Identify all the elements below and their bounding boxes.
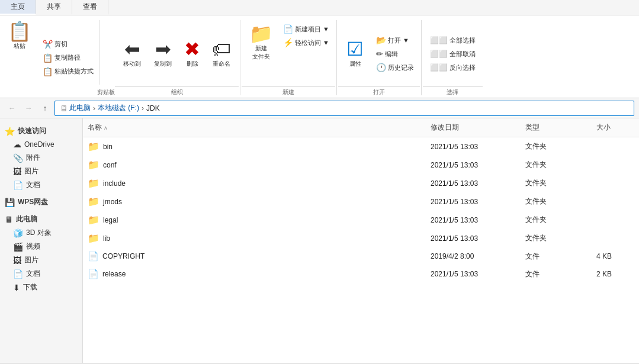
file-list-header: 名称 ∧ 修改日期 类型 大小 — [83, 118, 639, 137]
folder-icon: 📁 — [88, 233, 99, 244]
sidebar-item-attachments[interactable]: 📎 附件 — [0, 151, 82, 165]
main-area: ⭐ 快速访问 ☁ OneDrive 📎 附件 🖼 图片 📄 文档 💾 WPS网盘… — [0, 118, 639, 363]
sidebar-item-quickaccess[interactable]: ⭐ 快速访问 — [0, 124, 82, 138]
select-all-button[interactable]: ⬜⬜ 全部选择 — [426, 34, 479, 47]
easy-access-icon: ⚡ — [283, 38, 293, 47]
tab-view[interactable]: 查看 — [72, 0, 108, 15]
folder-icon: 📁 — [88, 178, 99, 189]
table-row[interactable]: 📁 bin 2021/1/5 13:03 文件夹 — [83, 137, 639, 156]
column-type[interactable]: 类型 — [521, 121, 592, 134]
folder-name-bin: 📁 bin — [83, 138, 426, 154]
ribbon: 📋 粘贴 ✂️ 剪切 📋 复制路径 📋 粘贴快捷方式 剪贴板 — [0, 15, 639, 98]
history-button[interactable]: 🕐 历史记录 — [373, 61, 418, 74]
new-small-buttons: 📄 新建项目 ▼ ⚡ 轻松访问 ▼ — [280, 20, 333, 49]
sidebar-item-3d[interactable]: 🧊 3D 对象 — [0, 226, 82, 240]
downloads-icon: ⬇ — [13, 283, 20, 292]
sidebar-item-videos[interactable]: 🎬 视频 — [0, 240, 82, 253]
edit-icon: ✏ — [376, 49, 383, 59]
folder-type-bin: 文件夹 — [521, 139, 592, 154]
open-icon: 📂 — [376, 36, 386, 45]
cut-button[interactable]: ✂️ 剪切 — [39, 38, 97, 51]
column-name[interactable]: 名称 ∧ — [83, 121, 426, 134]
sidebar-item-docs2[interactable]: 📄 文档 — [0, 267, 82, 281]
forward-button[interactable]: → — [21, 101, 36, 115]
paste-button[interactable]: 📋 粘贴 — [2, 18, 37, 98]
sidebar-item-thispc[interactable]: 🖥 此电脑 — [0, 212, 82, 226]
table-row[interactable]: 📁 include 2021/1/5 13:03 文件夹 — [83, 174, 639, 192]
sidebar-item-onedrive[interactable]: ☁ OneDrive — [0, 138, 82, 151]
table-row[interactable]: 📁 conf 2021/1/5 13:03 文件夹 — [83, 156, 639, 174]
folder-icon: 📁 — [88, 141, 99, 152]
column-size[interactable]: 大小 — [592, 121, 639, 134]
folder-icon: 📁 — [88, 214, 99, 226]
sort-arrow: ∧ — [104, 125, 108, 131]
sidebar-item-downloads[interactable]: ⬇ 下载 — [0, 281, 82, 294]
new-item-button[interactable]: 📄 新建项目 ▼ — [280, 22, 333, 36]
sidebar: ⭐ 快速访问 ☁ OneDrive 📎 附件 🖼 图片 📄 文档 💾 WPS网盘… — [0, 118, 83, 363]
rename-button[interactable]: 🏷 重命名 — [207, 36, 236, 70]
table-row[interactable]: 📄 release 2021/1/5 13:03 文件 2 KB — [83, 265, 639, 283]
edit-button[interactable]: ✏ 编辑 — [373, 47, 418, 60]
folder-size-bin — [592, 144, 639, 149]
breadcrumb: 🖥 此电脑 › 本地磁盘 (F:) › JDK — [54, 101, 634, 116]
invert-select-icon: ⬜⬜ — [430, 63, 448, 72]
sidebar-item-pictures2[interactable]: 🖼 图片 — [0, 253, 82, 267]
select-none-button[interactable]: ⬜⬜ 全部取消 — [426, 48, 479, 60]
videos-icon: 🎬 — [13, 242, 23, 252]
breadcrumb-drive[interactable]: 本地磁盘 (F:) — [98, 103, 139, 113]
folder-modified-bin: 2021/1/5 13:03 — [426, 140, 521, 153]
home-crumb: 🖥 — [60, 104, 68, 113]
pictures2-icon: 🖼 — [13, 256, 21, 265]
open-label: 打开 — [338, 86, 420, 98]
paste-shortcut-icon: 📋 — [43, 67, 53, 76]
new-folder-button[interactable]: 📁 新建文件夹 — [244, 20, 278, 63]
organize-label: 组织 — [115, 86, 239, 98]
tab-share[interactable]: 共享 — [36, 0, 72, 15]
table-row[interactable]: 📁 lib 2021/1/5 13:03 文件夹 — [83, 229, 639, 247]
clipboard-small-buttons: ✂️ 剪切 📋 复制路径 📋 粘贴快捷方式 — [39, 18, 97, 98]
sidebar-item-pictures[interactable]: 🖼 图片 — [0, 165, 82, 178]
paste-shortcut-button[interactable]: 📋 粘贴快捷方式 — [39, 65, 97, 78]
move-to-button[interactable]: ⬅ 移动到 — [117, 36, 147, 70]
docs2-icon: 📄 — [13, 269, 23, 279]
easy-access-button[interactable]: ⚡ 轻松访问 ▼ — [280, 36, 333, 49]
copy-to-button[interactable]: ➡ 复制到 — [148, 36, 178, 70]
folder-icon: 📁 — [88, 196, 99, 207]
sidebar-item-documents[interactable]: 📄 文档 — [0, 178, 82, 192]
move-to-icon: ⬅ — [124, 40, 140, 59]
breadcrumb-computer[interactable]: 此电脑 — [69, 103, 91, 113]
copy-path-button[interactable]: 📋 复制路径 — [39, 51, 97, 65]
table-row[interactable]: 📁 legal 2021/1/5 13:03 文件夹 — [83, 211, 639, 229]
select-label: 选择 — [423, 86, 483, 98]
select-none-icon: ⬜⬜ — [430, 50, 448, 58]
delete-button[interactable]: ✖ 删除 — [179, 36, 205, 70]
open-button[interactable]: 📂 打开 ▼ — [373, 34, 418, 47]
clipboard-label: 剪贴板 — [97, 87, 115, 98]
invert-select-button[interactable]: ⬜⬜ 反向选择 — [426, 62, 479, 74]
sidebar-item-wpsdrive[interactable]: 💾 WPS网盘 — [0, 195, 82, 209]
3d-icon: 🧊 — [13, 228, 23, 238]
cut-icon: ✂️ — [43, 40, 53, 49]
thispc-icon: 🖥 — [5, 215, 13, 224]
pictures-icon: 🖼 — [13, 167, 21, 176]
breadcrumb-jdk[interactable]: JDK — [146, 104, 160, 112]
table-row[interactable]: 📄 COPYRIGHT 2019/4/2 8:00 文件 4 KB — [83, 247, 639, 265]
history-icon: 🕐 — [376, 63, 386, 72]
file-icon: 📄 — [88, 251, 99, 262]
tab-home[interactable]: 主页 — [0, 0, 36, 15]
up-button[interactable]: ↑ — [38, 101, 52, 115]
documents-icon: 📄 — [13, 181, 23, 190]
attachments-icon: 📎 — [13, 153, 23, 163]
tabs-bar: 主页 共享 查看 — [0, 0, 639, 15]
new-item-icon: 📄 — [283, 24, 293, 34]
properties-icon: ☑ — [346, 40, 364, 59]
file-icon: 📄 — [88, 269, 99, 279]
new-label: 新建 — [242, 86, 335, 98]
delete-icon: ✖ — [184, 40, 200, 59]
properties-button[interactable]: ☑ 属性 — [341, 36, 370, 70]
quickaccess-icon: ⭐ — [5, 127, 15, 136]
table-row[interactable]: 📁 jmods 2021/1/5 13:03 文件夹 — [83, 192, 639, 211]
select-all-icon: ⬜⬜ — [430, 36, 448, 44]
back-button[interactable]: ← — [5, 101, 19, 115]
column-modified[interactable]: 修改日期 — [426, 121, 521, 134]
